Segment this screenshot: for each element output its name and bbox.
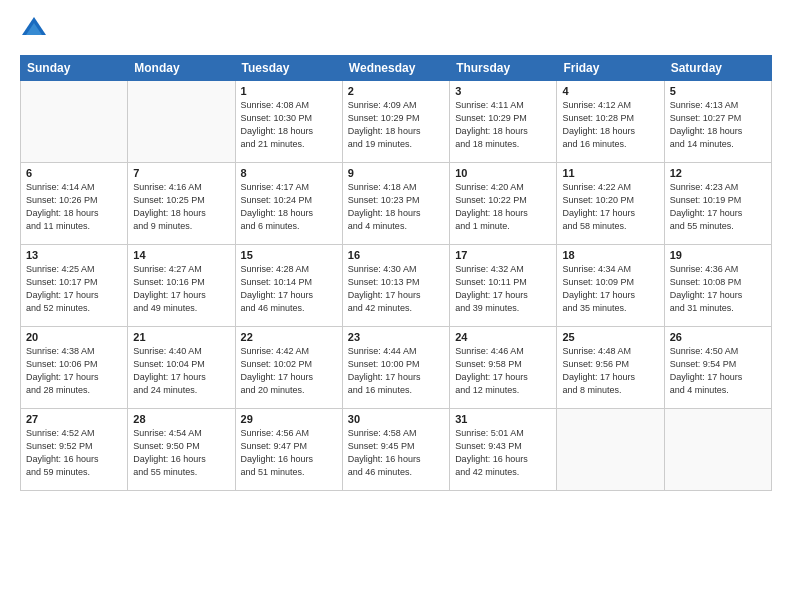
calendar-cell: 28Sunrise: 4:54 AM Sunset: 9:50 PM Dayli…	[128, 409, 235, 491]
day-number: 30	[348, 413, 444, 425]
day-detail: Sunrise: 4:16 AM Sunset: 10:25 PM Daylig…	[133, 181, 229, 233]
calendar-header-saturday: Saturday	[664, 56, 771, 81]
day-detail: Sunrise: 4:17 AM Sunset: 10:24 PM Daylig…	[241, 181, 337, 233]
calendar-header-friday: Friday	[557, 56, 664, 81]
day-detail: Sunrise: 4:48 AM Sunset: 9:56 PM Dayligh…	[562, 345, 658, 397]
calendar-week-row: 6Sunrise: 4:14 AM Sunset: 10:26 PM Dayli…	[21, 163, 772, 245]
calendar-cell: 25Sunrise: 4:48 AM Sunset: 9:56 PM Dayli…	[557, 327, 664, 409]
day-number: 15	[241, 249, 337, 261]
calendar-cell: 14Sunrise: 4:27 AM Sunset: 10:16 PM Dayl…	[128, 245, 235, 327]
day-detail: Sunrise: 4:50 AM Sunset: 9:54 PM Dayligh…	[670, 345, 766, 397]
calendar-cell: 3Sunrise: 4:11 AM Sunset: 10:29 PM Dayli…	[450, 81, 557, 163]
calendar-week-row: 13Sunrise: 4:25 AM Sunset: 10:17 PM Dayl…	[21, 245, 772, 327]
day-number: 4	[562, 85, 658, 97]
day-number: 13	[26, 249, 122, 261]
logo-icon	[20, 15, 48, 43]
day-number: 23	[348, 331, 444, 343]
day-number: 17	[455, 249, 551, 261]
calendar-header-thursday: Thursday	[450, 56, 557, 81]
day-detail: Sunrise: 4:34 AM Sunset: 10:09 PM Daylig…	[562, 263, 658, 315]
calendar-cell	[557, 409, 664, 491]
day-number: 3	[455, 85, 551, 97]
calendar-cell: 23Sunrise: 4:44 AM Sunset: 10:00 PM Dayl…	[342, 327, 449, 409]
calendar-cell: 21Sunrise: 4:40 AM Sunset: 10:04 PM Dayl…	[128, 327, 235, 409]
calendar-cell: 17Sunrise: 4:32 AM Sunset: 10:11 PM Dayl…	[450, 245, 557, 327]
calendar-cell	[664, 409, 771, 491]
day-detail: Sunrise: 4:56 AM Sunset: 9:47 PM Dayligh…	[241, 427, 337, 479]
calendar-cell: 15Sunrise: 4:28 AM Sunset: 10:14 PM Dayl…	[235, 245, 342, 327]
day-number: 1	[241, 85, 337, 97]
calendar-table: SundayMondayTuesdayWednesdayThursdayFrid…	[20, 55, 772, 491]
page: SundayMondayTuesdayWednesdayThursdayFrid…	[0, 0, 792, 612]
day-detail: Sunrise: 4:28 AM Sunset: 10:14 PM Daylig…	[241, 263, 337, 315]
day-detail: Sunrise: 4:42 AM Sunset: 10:02 PM Daylig…	[241, 345, 337, 397]
calendar-cell: 13Sunrise: 4:25 AM Sunset: 10:17 PM Dayl…	[21, 245, 128, 327]
calendar-cell: 20Sunrise: 4:38 AM Sunset: 10:06 PM Dayl…	[21, 327, 128, 409]
day-detail: Sunrise: 4:58 AM Sunset: 9:45 PM Dayligh…	[348, 427, 444, 479]
calendar-cell: 12Sunrise: 4:23 AM Sunset: 10:19 PM Dayl…	[664, 163, 771, 245]
day-detail: Sunrise: 4:46 AM Sunset: 9:58 PM Dayligh…	[455, 345, 551, 397]
calendar-cell: 6Sunrise: 4:14 AM Sunset: 10:26 PM Dayli…	[21, 163, 128, 245]
calendar-cell: 1Sunrise: 4:08 AM Sunset: 10:30 PM Dayli…	[235, 81, 342, 163]
day-number: 8	[241, 167, 337, 179]
day-number: 21	[133, 331, 229, 343]
calendar-header-monday: Monday	[128, 56, 235, 81]
calendar-cell: 24Sunrise: 4:46 AM Sunset: 9:58 PM Dayli…	[450, 327, 557, 409]
calendar-header-wednesday: Wednesday	[342, 56, 449, 81]
day-number: 24	[455, 331, 551, 343]
day-detail: Sunrise: 4:08 AM Sunset: 10:30 PM Daylig…	[241, 99, 337, 151]
calendar-week-row: 27Sunrise: 4:52 AM Sunset: 9:52 PM Dayli…	[21, 409, 772, 491]
day-detail: Sunrise: 4:44 AM Sunset: 10:00 PM Daylig…	[348, 345, 444, 397]
day-number: 20	[26, 331, 122, 343]
calendar-cell	[21, 81, 128, 163]
day-detail: Sunrise: 4:18 AM Sunset: 10:23 PM Daylig…	[348, 181, 444, 233]
day-detail: Sunrise: 4:11 AM Sunset: 10:29 PM Daylig…	[455, 99, 551, 151]
day-detail: Sunrise: 4:09 AM Sunset: 10:29 PM Daylig…	[348, 99, 444, 151]
calendar-cell: 29Sunrise: 4:56 AM Sunset: 9:47 PM Dayli…	[235, 409, 342, 491]
day-detail: Sunrise: 4:14 AM Sunset: 10:26 PM Daylig…	[26, 181, 122, 233]
day-number: 16	[348, 249, 444, 261]
calendar-cell: 10Sunrise: 4:20 AM Sunset: 10:22 PM Dayl…	[450, 163, 557, 245]
day-detail: Sunrise: 4:27 AM Sunset: 10:16 PM Daylig…	[133, 263, 229, 315]
day-number: 25	[562, 331, 658, 343]
day-number: 18	[562, 249, 658, 261]
calendar-cell: 2Sunrise: 4:09 AM Sunset: 10:29 PM Dayli…	[342, 81, 449, 163]
calendar-cell: 19Sunrise: 4:36 AM Sunset: 10:08 PM Dayl…	[664, 245, 771, 327]
day-number: 26	[670, 331, 766, 343]
day-number: 9	[348, 167, 444, 179]
calendar-cell: 18Sunrise: 4:34 AM Sunset: 10:09 PM Dayl…	[557, 245, 664, 327]
calendar-cell: 9Sunrise: 4:18 AM Sunset: 10:23 PM Dayli…	[342, 163, 449, 245]
calendar-week-row: 1Sunrise: 4:08 AM Sunset: 10:30 PM Dayli…	[21, 81, 772, 163]
day-detail: Sunrise: 4:20 AM Sunset: 10:22 PM Daylig…	[455, 181, 551, 233]
day-detail: Sunrise: 4:12 AM Sunset: 10:28 PM Daylig…	[562, 99, 658, 151]
day-number: 22	[241, 331, 337, 343]
day-detail: Sunrise: 4:54 AM Sunset: 9:50 PM Dayligh…	[133, 427, 229, 479]
calendar-header-tuesday: Tuesday	[235, 56, 342, 81]
calendar-cell: 11Sunrise: 4:22 AM Sunset: 10:20 PM Dayl…	[557, 163, 664, 245]
day-number: 29	[241, 413, 337, 425]
day-detail: Sunrise: 5:01 AM Sunset: 9:43 PM Dayligh…	[455, 427, 551, 479]
calendar-cell: 16Sunrise: 4:30 AM Sunset: 10:13 PM Dayl…	[342, 245, 449, 327]
calendar-cell	[128, 81, 235, 163]
calendar-cell: 27Sunrise: 4:52 AM Sunset: 9:52 PM Dayli…	[21, 409, 128, 491]
calendar-cell: 31Sunrise: 5:01 AM Sunset: 9:43 PM Dayli…	[450, 409, 557, 491]
day-detail: Sunrise: 4:23 AM Sunset: 10:19 PM Daylig…	[670, 181, 766, 233]
day-detail: Sunrise: 4:36 AM Sunset: 10:08 PM Daylig…	[670, 263, 766, 315]
calendar-cell: 7Sunrise: 4:16 AM Sunset: 10:25 PM Dayli…	[128, 163, 235, 245]
calendar-cell: 26Sunrise: 4:50 AM Sunset: 9:54 PM Dayli…	[664, 327, 771, 409]
logo	[20, 15, 50, 43]
day-number: 19	[670, 249, 766, 261]
day-detail: Sunrise: 4:32 AM Sunset: 10:11 PM Daylig…	[455, 263, 551, 315]
day-number: 10	[455, 167, 551, 179]
day-number: 6	[26, 167, 122, 179]
calendar-header-sunday: Sunday	[21, 56, 128, 81]
calendar-cell: 5Sunrise: 4:13 AM Sunset: 10:27 PM Dayli…	[664, 81, 771, 163]
day-detail: Sunrise: 4:38 AM Sunset: 10:06 PM Daylig…	[26, 345, 122, 397]
calendar-header-row: SundayMondayTuesdayWednesdayThursdayFrid…	[21, 56, 772, 81]
day-number: 5	[670, 85, 766, 97]
header	[20, 15, 772, 43]
day-number: 11	[562, 167, 658, 179]
day-detail: Sunrise: 4:52 AM Sunset: 9:52 PM Dayligh…	[26, 427, 122, 479]
calendar-week-row: 20Sunrise: 4:38 AM Sunset: 10:06 PM Dayl…	[21, 327, 772, 409]
day-detail: Sunrise: 4:22 AM Sunset: 10:20 PM Daylig…	[562, 181, 658, 233]
